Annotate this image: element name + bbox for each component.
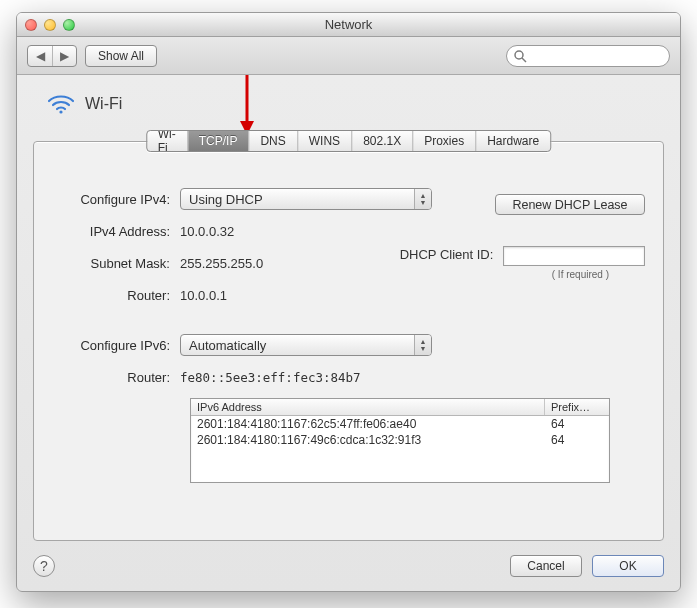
wifi-icon bbox=[47, 93, 75, 115]
interface-heading: Wi-Fi bbox=[47, 93, 664, 115]
network-preferences-window: Network ◀ ▶ Show All bbox=[16, 12, 681, 592]
table-header: IPv6 Address Prefix… bbox=[191, 399, 609, 416]
configure-ipv6-select[interactable]: Automatically ▲▼ bbox=[180, 334, 432, 356]
if-required-note: ( If required ) bbox=[345, 269, 645, 280]
configure-ipv6-label: Configure IPv6: bbox=[52, 338, 180, 353]
interface-name: Wi-Fi bbox=[85, 95, 122, 113]
ipv4-address-label: IPv4 Address: bbox=[52, 224, 180, 239]
help-button[interactable]: ? bbox=[33, 555, 55, 577]
ipv4-router-value: 10.0.0.1 bbox=[180, 288, 227, 303]
subnet-mask-value: 255.255.255.0 bbox=[180, 256, 263, 271]
dhcp-client-id-label-2: DHCP Client ID: bbox=[400, 247, 494, 262]
select-stepper-icon: ▲▼ bbox=[414, 335, 431, 355]
zoom-icon[interactable] bbox=[63, 19, 75, 31]
table-row[interactable]: 2601:184:4180:1167:62c5:47ff:fe06:ae4064 bbox=[191, 416, 609, 432]
cancel-button[interactable]: Cancel bbox=[510, 555, 582, 577]
search-field[interactable] bbox=[506, 45, 670, 67]
ok-label: OK bbox=[619, 559, 636, 573]
cell-ipv6-address: 2601:184:4180:1167:49c6:cdca:1c32:91f3 bbox=[191, 432, 545, 448]
select-stepper-icon: ▲▼ bbox=[414, 189, 431, 209]
show-all-label: Show All bbox=[98, 49, 144, 63]
ipv4-address-value: 10.0.0.32 bbox=[180, 224, 234, 239]
ipv6-router-value: fe80::5ee3:eff:fec3:84b7 bbox=[180, 370, 361, 385]
configure-ipv6-value: Automatically bbox=[189, 338, 266, 353]
renew-dhcp-lease-label: Renew DHCP Lease bbox=[512, 198, 627, 212]
configure-ipv4-label: Configure IPv4: bbox=[52, 192, 180, 207]
table-row[interactable]: 2601:184:4180:1167:49c6:cdca:1c32:91f364 bbox=[191, 432, 609, 448]
configure-ipv4-value: Using DHCP bbox=[189, 192, 263, 207]
search-input[interactable] bbox=[531, 49, 663, 63]
minimize-icon[interactable] bbox=[44, 19, 56, 31]
search-icon bbox=[513, 49, 527, 63]
tab-proxies[interactable]: Proxies bbox=[412, 131, 475, 151]
traffic-lights bbox=[25, 19, 75, 31]
close-icon[interactable] bbox=[25, 19, 37, 31]
window-title: Network bbox=[17, 17, 680, 32]
tab-wins[interactable]: WINS bbox=[297, 131, 351, 151]
show-all-button[interactable]: Show All bbox=[85, 45, 157, 67]
col-ipv6-address[interactable]: IPv6 Address bbox=[191, 399, 545, 415]
tab-wi-fi[interactable]: Wi-Fi bbox=[147, 131, 187, 151]
tab-802-1x[interactable]: 802.1X bbox=[351, 131, 412, 151]
toolbar: ◀ ▶ Show All bbox=[17, 37, 680, 75]
ipv4-router-label: Router: bbox=[52, 288, 180, 303]
footer: ? Cancel OK bbox=[17, 541, 680, 591]
forward-button[interactable]: ▶ bbox=[52, 46, 76, 66]
col-prefix[interactable]: Prefix… bbox=[545, 399, 609, 415]
cell-ipv6-address: 2601:184:4180:1167:62c5:47ff:fe06:ae40 bbox=[191, 416, 545, 432]
svg-point-0 bbox=[515, 51, 523, 59]
configure-ipv4-select[interactable]: Using DHCP ▲▼ bbox=[180, 188, 432, 210]
nav-back-forward: ◀ ▶ bbox=[27, 45, 77, 67]
ipv6-router-label: Router: bbox=[52, 370, 180, 385]
tab-bar: Wi-FiTCP/IPDNSWINS802.1XProxiesHardware bbox=[146, 130, 551, 152]
cell-prefix: 64 bbox=[545, 432, 609, 448]
cell-prefix: 64 bbox=[545, 416, 609, 432]
svg-point-4 bbox=[59, 110, 62, 113]
titlebar: Network bbox=[17, 13, 680, 37]
svg-line-1 bbox=[522, 58, 526, 62]
subnet-mask-label: Subnet Mask: bbox=[52, 256, 180, 271]
dhcp-client-id-input-main[interactable] bbox=[503, 246, 645, 266]
tab-hardware[interactable]: Hardware bbox=[475, 131, 550, 151]
tab-dns[interactable]: DNS bbox=[248, 131, 296, 151]
renew-dhcp-lease-button[interactable]: Renew DHCP Lease bbox=[495, 194, 645, 215]
tab-tcp-ip[interactable]: TCP/IP bbox=[187, 131, 249, 151]
ipv6-address-table[interactable]: IPv6 Address Prefix… 2601:184:4180:1167:… bbox=[190, 398, 610, 483]
settings-pane: Wi-FiTCP/IPDNSWINS802.1XProxiesHardware … bbox=[33, 141, 664, 541]
back-button[interactable]: ◀ bbox=[28, 46, 52, 66]
cancel-label: Cancel bbox=[527, 559, 564, 573]
ok-button[interactable]: OK bbox=[592, 555, 664, 577]
